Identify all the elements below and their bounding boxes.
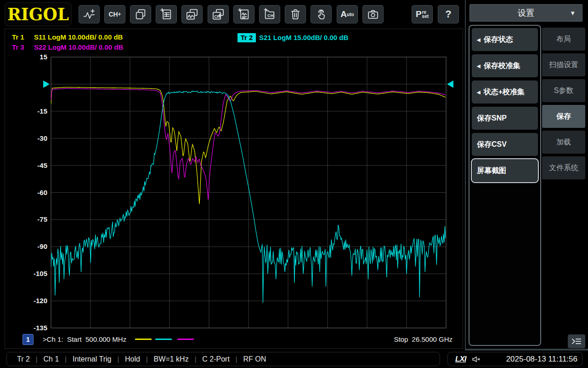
menu-item-label: 状态+校准集 — [484, 87, 525, 97]
status-separator: | — [65, 356, 67, 363]
new-report-button[interactable] — [156, 5, 177, 23]
rigol-logo-text: RIGOL — [7, 5, 69, 24]
start-frequency-label: >Ch 1: Start 500.000 MHz — [43, 335, 126, 343]
tab-load[interactable]: 加载 — [542, 131, 585, 154]
menu-item-state-plus-cal[interactable]: ◀状态+校准集 — [472, 80, 538, 104]
y-axis-tick: -90 — [20, 242, 47, 250]
menu-item-screenshot[interactable]: 屏幕截图 — [472, 159, 538, 182]
new-report-icon — [159, 8, 173, 21]
tab-sweep-settings[interactable]: 扫描设置 — [542, 53, 585, 76]
delete-button[interactable] — [285, 5, 306, 23]
y-axis-tick: -60 — [20, 189, 47, 196]
status-calibration: C 2-Port — [202, 355, 230, 363]
preset-label-big: P — [416, 9, 422, 19]
chart-plot-area — [5, 29, 464, 349]
status-trigger-source: Internal Trig — [73, 355, 111, 363]
status-separator: | — [36, 356, 38, 363]
trace3-color-swatch — [177, 339, 194, 340]
clock-display: 2025-08-13 11:11:56 — [506, 355, 577, 364]
trace1-color-swatch — [135, 339, 152, 340]
measurement-display: Tr 1S11 LogM 10.00dB/ 0.00 dB Tr 3S22 Lo… — [5, 29, 463, 349]
menu-item-save-snp[interactable]: 保存SNP — [472, 107, 538, 130]
channel-footer: 1 >Ch 1: Start 500.000 MHz Stop 26.5000 … — [5, 333, 464, 346]
rigol-logo: RIGOL — [5, 2, 72, 26]
status-active-channel: Ch 1 — [44, 355, 59, 363]
menu-item-label: 屏幕截图 — [477, 166, 506, 176]
menu-item-label: 保存校准集 — [484, 61, 520, 71]
sidebar-title: 设置 — [518, 7, 534, 18]
status-right-group: LXI 2025-08-13 11:11:56 — [447, 352, 582, 366]
report-trace-icon — [237, 8, 251, 21]
trash-icon — [288, 8, 302, 21]
window-channel-icon: CH — [211, 8, 225, 21]
settings-sidebar: 设置 ▼ ◀保存状态 ◀保存校准集 ◀状态+校准集 保存SNP 保存CSV 屏幕… — [465, 0, 588, 351]
add-channel-label: CH — [108, 11, 118, 18]
y-axis-tick: -15 — [20, 107, 47, 115]
menu-item-save-cal[interactable]: ◀保存校准集 — [472, 54, 538, 77]
auto-label-small: uto — [347, 12, 354, 17]
save-submenu-panel: ◀保存状态 ◀保存校准集 ◀状态+校准集 保存SNP 保存CSV 屏幕截图 — [469, 25, 541, 346]
status-bar: Tr 2| Ch 1| Internal Trig| Hold| BW=1 kH… — [0, 351, 588, 368]
camera-icon — [366, 8, 380, 21]
y-axis-tick: 15 — [20, 53, 47, 61]
folder-channel-button[interactable]: CH — [259, 5, 280, 23]
tab-save[interactable]: 保存 — [542, 105, 585, 128]
add-trace-button[interactable] — [79, 5, 100, 23]
lxi-logo: LXI — [455, 355, 466, 364]
touch-icon — [314, 8, 328, 21]
preset-button[interactable]: P re set — [412, 5, 433, 23]
speaker-muted-icon[interactable] — [471, 355, 481, 364]
collapse-menu-button[interactable] — [568, 334, 585, 348]
screenshot-button[interactable] — [362, 5, 384, 23]
y-axis-tick: -135 — [20, 324, 47, 332]
help-button[interactable]: ? — [438, 5, 459, 23]
auto-button[interactable]: Auto — [337, 5, 358, 23]
report-trace-button[interactable] — [233, 5, 254, 23]
copy-icon — [134, 8, 147, 21]
submenu-arrow-icon: ◀ — [477, 63, 481, 69]
menu-item-label: 保存SNP — [477, 114, 507, 123]
trace2-color-swatch — [155, 339, 172, 340]
status-sweep-state: Hold — [125, 355, 140, 363]
status-rf-state: RF ON — [243, 355, 266, 363]
channel-number-badge[interactable]: 1 — [23, 334, 34, 345]
menu-item-save-state[interactable]: ◀保存状态 — [472, 28, 538, 51]
tab-layout[interactable]: 布局 — [542, 28, 585, 51]
status-separator: | — [117, 356, 119, 363]
status-bandwidth: BW=1 kHz — [154, 355, 189, 363]
y-axis-tick: -45 — [20, 161, 47, 169]
menu-item-save-csv[interactable]: 保存CSV — [472, 133, 538, 156]
reference-marker-right[interactable] — [447, 80, 453, 88]
status-left-group: Tr 2| Ch 1| Internal Trig| Hold| BW=1 kH… — [6, 352, 440, 366]
window-channel-button[interactable]: CH — [208, 5, 229, 23]
menu-item-label: 保存CSV — [477, 140, 507, 150]
top-toolbar: RIGOL CH+ CH CH — [0, 0, 465, 29]
svg-text:CH: CH — [214, 14, 220, 19]
add-trace-icon — [82, 8, 96, 21]
tab-s-parameters[interactable]: S参数 — [542, 79, 585, 102]
window-trace-icon — [185, 8, 199, 21]
y-axis-tick: -105 — [20, 270, 47, 277]
y-axis-tick: -120 — [20, 297, 47, 305]
touch-button[interactable] — [311, 5, 332, 23]
submenu-arrow-icon: ◀ — [477, 37, 481, 42]
folder-channel-icon: CH — [263, 8, 277, 21]
sidebar-menu-dropdown[interactable]: 设置 ▼ — [469, 4, 582, 22]
chevron-down-icon: ▼ — [570, 10, 576, 17]
window-trace-button[interactable] — [181, 5, 203, 23]
collapse-menu-icon — [571, 338, 582, 345]
reference-marker-left[interactable] — [43, 80, 50, 88]
submenu-arrow-icon: ◀ — [477, 90, 481, 95]
status-active-trace: Tr 2 — [17, 355, 30, 363]
status-separator: | — [236, 356, 237, 363]
y-axis-tick: -30 — [20, 134, 47, 142]
status-separator: | — [195, 356, 197, 363]
status-separator: | — [146, 356, 148, 363]
add-channel-button[interactable]: CH+ — [104, 5, 125, 23]
copy-window-button[interactable] — [130, 5, 151, 23]
help-icon: ? — [445, 8, 451, 20]
svg-text:CH: CH — [267, 13, 273, 18]
tab-file-system[interactable]: 文件系统 — [542, 156, 585, 179]
auto-label-big: A — [340, 9, 347, 19]
preset-label-set: set — [422, 14, 429, 18]
